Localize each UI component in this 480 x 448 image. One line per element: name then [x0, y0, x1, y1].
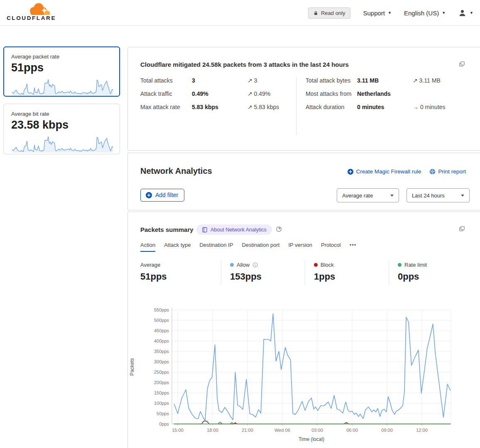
svg-text:50pps: 50pps	[157, 411, 169, 416]
allow-legend-dot	[230, 263, 234, 267]
more-tabs-ellipsis[interactable]: •••	[350, 242, 357, 252]
stat-label: Attack traffic	[140, 90, 192, 98]
history-clock-icon[interactable]	[276, 226, 282, 234]
stat-label: Total attack bytes	[306, 76, 357, 85]
svg-text:Time (local): Time (local)	[299, 436, 324, 442]
network-analytics-card: Network Analytics Create Magic Firewall …	[127, 153, 480, 210]
plus-circle-icon	[348, 169, 353, 175]
svg-text:Packets: Packets	[129, 358, 135, 376]
svg-text:09:00: 09:00	[381, 428, 393, 433]
chevron-down-icon	[461, 195, 464, 197]
stat-row: Max attack rate 5.83 kbps ↗ 5.83 kbps	[140, 103, 295, 112]
svg-text:0pps: 0pps	[159, 421, 169, 426]
stat-row: Attack traffic 0.49% ↗ 0.49%	[140, 90, 295, 98]
about-network-analytics-pill[interactable]: About Network Analytics	[196, 224, 272, 235]
stat-value: 0.49%	[192, 90, 247, 98]
stat-divider	[221, 260, 221, 285]
time-select-value: Last 24 hours	[412, 192, 445, 199]
bit-rate-sparkline	[11, 134, 113, 153]
stat-divider	[389, 260, 389, 285]
support-menu[interactable]: Support ▼	[363, 10, 391, 17]
stat-value: 51pps	[140, 271, 167, 282]
stat-row: Total attacks 3 ↗ 3	[140, 76, 295, 85]
stat-label: Attack duration	[306, 103, 357, 112]
support-label: Support	[363, 10, 385, 17]
chevron-down-icon	[390, 195, 394, 197]
print-report-link[interactable]: Print report	[429, 168, 466, 175]
add-filter-label: Add filter	[155, 192, 178, 198]
svg-text:06:00: 06:00	[346, 428, 358, 433]
attack-summary-card: Cloudflare mitigated 24.58k packets from…	[127, 47, 480, 151]
copy-icon[interactable]	[459, 226, 465, 234]
create-magic-firewall-rule-link[interactable]: Create Magic Firewall rule	[348, 168, 421, 175]
create-rule-label: Create Magic Firewall rule	[356, 168, 421, 175]
svg-text:21:00: 21:00	[242, 428, 253, 433]
svg-text:18:00: 18:00	[207, 428, 218, 433]
stat-value: 3.11 MB	[357, 76, 413, 85]
rate-limit-legend-dot	[398, 263, 402, 267]
copy-icon[interactable]	[459, 61, 465, 69]
section-title: Packets summary	[140, 226, 193, 233]
book-icon	[202, 227, 208, 233]
stat-label: Max attack rate	[140, 103, 192, 112]
stat-value: 153pps	[230, 271, 262, 282]
summary-right-stats: Total attack bytes 3.11 MB ↗ 3.11 MB Mos…	[306, 76, 472, 116]
page-title: Network Analytics	[140, 166, 212, 176]
stat-trend: ↗ 3	[247, 76, 257, 85]
svg-text:250pps: 250pps	[154, 370, 169, 375]
stat-value: 0 minutes	[357, 103, 413, 112]
stat-divider	[305, 260, 305, 285]
top-header: CLOUDFLARE Read only Support ▼ English (…	[0, 0, 480, 26]
stat-row: Attack duration 0 minutes → 0 minutes	[306, 103, 472, 112]
add-filter-button[interactable]: Add filter	[140, 189, 184, 202]
tab-destination-port[interactable]: Destination port	[242, 242, 279, 252]
metric-card-packet-rate[interactable]: Average packet rate 51pps	[3, 46, 120, 97]
cloudflare-logo[interactable]: CLOUDFLARE	[7, 2, 56, 21]
svg-text:200pps: 200pps	[154, 380, 169, 385]
stat-trend: ↗ 5.83 kbps	[247, 103, 279, 112]
info-icon[interactable]	[252, 262, 258, 268]
stat-value: Netherlands	[357, 90, 413, 98]
chevron-down-icon: ▼	[388, 11, 392, 15]
stat-row: Total attack bytes 3.11 MB ↗ 3.11 MB	[306, 76, 472, 85]
tab-destination-ip[interactable]: Destination IP	[199, 242, 233, 252]
user-icon	[458, 9, 467, 17]
packet-rate-sparkline	[11, 77, 113, 96]
svg-text:12:00: 12:00	[416, 428, 428, 433]
stat-allow: Allow 153pps	[230, 262, 262, 282]
language-label: English (US)	[404, 10, 439, 17]
metric-card-bit-rate[interactable]: Average bit rate 23.58 kbps	[3, 104, 120, 154]
svg-text:450pps: 450pps	[154, 328, 169, 333]
stat-label: Total attacks	[140, 76, 192, 85]
metric-value: 51pps	[11, 61, 112, 74]
metric-value: 23.58 kbps	[11, 119, 112, 131]
account-menu[interactable]: ▼	[458, 9, 473, 17]
tab-action[interactable]: Action	[140, 242, 155, 252]
dimension-tabs: Action Attack type Destination IP Destin…	[140, 242, 356, 252]
summary-title: Cloudflare mitigated 24.58k packets from…	[140, 61, 349, 68]
stat-row: Most attacks from Netherlands	[306, 90, 472, 98]
packets-chart[interactable]: 0pps50pps100pps150pps200pps250pps300pps3…	[128, 305, 480, 448]
tab-ip-version[interactable]: IP version	[288, 242, 312, 252]
stat-label: Rate limit	[404, 262, 427, 268]
read-only-badge: Read only	[308, 7, 351, 19]
stat-average: Average 51pps	[140, 262, 167, 282]
about-label: About Network Analytics	[211, 227, 267, 233]
stat-value: 5.83 kbps	[192, 103, 247, 112]
svg-text:100pps: 100pps	[154, 401, 169, 406]
svg-text:300pps: 300pps	[154, 359, 169, 364]
block-legend-dot	[314, 263, 318, 267]
svg-text:350pps: 350pps	[154, 349, 169, 354]
svg-text:03:00: 03:00	[311, 428, 323, 433]
stat-value: 0pps	[398, 271, 427, 282]
language-menu[interactable]: English (US) ▼	[404, 10, 446, 17]
tab-attack-type[interactable]: Attack type	[164, 242, 191, 252]
stat-label: Allow	[237, 262, 250, 268]
stat-value: 3	[192, 76, 247, 85]
tab-protocol[interactable]: Protocol	[321, 242, 341, 252]
summary-left-stats: Total attacks 3 ↗ 3 Attack traffic 0.49%…	[140, 76, 295, 116]
time-range-select[interactable]: Last 24 hours	[407, 188, 470, 202]
lock-icon	[313, 10, 318, 16]
metric-label: Average bit rate	[11, 111, 112, 117]
rate-type-select[interactable]: Average rate	[337, 188, 399, 202]
